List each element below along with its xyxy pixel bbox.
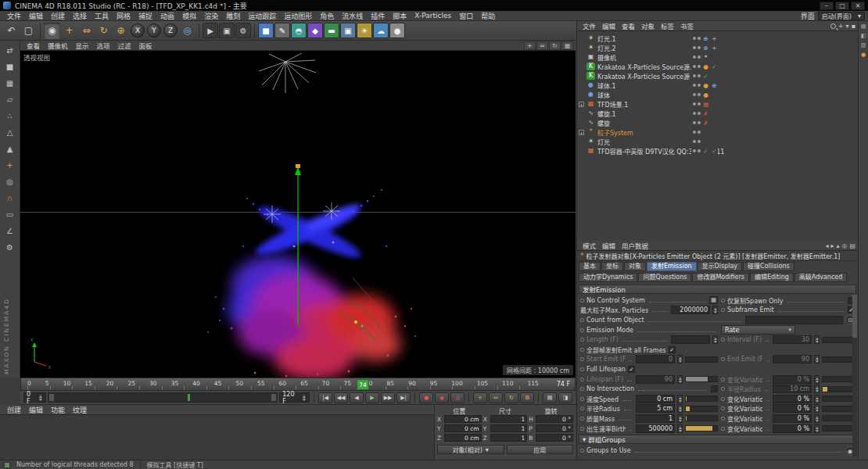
menu-plugins[interactable]: 插件: [367, 11, 389, 21]
menu-simulate[interactable]: 模拟: [178, 11, 200, 21]
object-name[interactable]: Krakatoa X-Particles Source源.1: [597, 63, 696, 71]
object-name[interactable]: 螺旋: [597, 119, 610, 127]
viewport-menu-display[interactable]: 显示: [72, 41, 93, 50]
spinner[interactable]: [677, 424, 683, 433]
spinner[interactable]: [712, 306, 718, 314]
edges-mode-icon[interactable]: △: [2, 126, 17, 139]
goto-end-button[interactable]: ▶|: [396, 392, 411, 403]
menu-motion-tracker[interactable]: 运动跟踪: [244, 11, 280, 21]
material-menu-function[interactable]: 功能: [47, 405, 69, 415]
anim-dot-icon[interactable]: [580, 318, 584, 322]
anim-dot-icon[interactable]: [580, 449, 584, 453]
spinner[interactable]: [677, 414, 683, 423]
object-row-camera[interactable]: ▣ 摄像机 *: [577, 52, 858, 62]
snap-icon[interactable]: ∩: [2, 192, 17, 205]
om-menu-view[interactable]: 查看: [619, 21, 638, 30]
speed-variation-field[interactable]: 0 %: [773, 395, 812, 403]
check-tag-icon[interactable]: ✓: [711, 148, 718, 155]
model-mode-icon[interactable]: ■: [2, 60, 17, 73]
rotate-view-icon[interactable]: ↻: [549, 41, 561, 50]
object-name[interactable]: 摄像机: [597, 53, 616, 62]
attribute-scrollbar[interactable]: [852, 293, 857, 456]
panel-tab-icon-2[interactable]: ◧: [861, 33, 866, 39]
anim-dot-icon[interactable]: [580, 387, 584, 391]
back-icon[interactable]: ◂: [825, 242, 828, 249]
om-menu-file[interactable]: 文件: [579, 21, 599, 30]
scale-icon[interactable]: ⇔: [78, 23, 95, 39]
tab-questions[interactable]: 问题Questions: [638, 273, 691, 282]
close-button[interactable]: ✕: [851, 2, 865, 10]
polygons-mode-icon[interactable]: ▲: [2, 142, 17, 156]
radius-slider[interactable]: [685, 406, 718, 412]
last-tool-icon[interactable]: ⊕: [113, 23, 129, 39]
layout-dropdown[interactable]: 启动(界面) ▾: [818, 12, 865, 20]
menu-help[interactable]: 帮助: [477, 11, 499, 21]
record-rotation-toggle[interactable]: ↻: [504, 392, 518, 403]
menu-tools[interactable]: 工具: [91, 11, 113, 21]
deformer-icon[interactable]: ◆: [307, 23, 323, 38]
prev-key-button[interactable]: ◀◀: [334, 392, 348, 403]
menu-mograph[interactable]: 运动图形: [280, 11, 316, 21]
record-position-toggle[interactable]: +: [473, 392, 487, 403]
menu-file[interactable]: 文件: [3, 11, 25, 21]
layout-panel-icon[interactable]: ◨: [558, 392, 572, 403]
menu-edit[interactable]: 编辑: [25, 11, 47, 21]
add-cube-icon[interactable]: ■: [258, 23, 274, 38]
filter-icon[interactable]: ▾: [846, 23, 849, 30]
pan-view-icon[interactable]: +: [524, 41, 536, 50]
menu-sculpt[interactable]: 雕刻: [222, 11, 244, 21]
selection-box-icon[interactable]: ▢: [20, 23, 37, 39]
anim-dot-icon[interactable]: [721, 397, 725, 401]
workplane-snap-icon[interactable]: ▭: [2, 208, 17, 221]
object-row-light-1[interactable]: ☀ 灯光.1 ⊕ +: [577, 34, 858, 43]
enable-dot-icon[interactable]: ●: [702, 82, 709, 89]
convert-object-icon[interactable]: ⇄: [2, 44, 17, 57]
range-start-field[interactable]: 0 F: [23, 392, 46, 403]
object-row-sphere-1[interactable]: ● 球体.1 ● ⊕: [577, 81, 858, 90]
range-playhead-mark[interactable]: [188, 394, 190, 401]
add-layer-icon[interactable]: +: [838, 23, 844, 30]
timeline-playhead[interactable]: 74: [357, 379, 369, 390]
object-row-tfd-scene[interactable]: + ▦ TFD场景.1 ▦: [577, 99, 858, 109]
om-menu-bookmarks[interactable]: 书签: [677, 21, 697, 30]
object-name[interactable]: 球体.1: [597, 81, 616, 90]
enable-dot-icon[interactable]: ●: [702, 63, 709, 70]
tab-emission[interactable]: 发射Emission: [647, 262, 697, 271]
count-from-object-field[interactable]: [745, 316, 843, 324]
timeline-ruler[interactable]: 0510 152025 303540 455055 606570 758085 …: [20, 378, 576, 391]
target-tag-icon[interactable]: ⊕: [702, 35, 709, 42]
material-menu-edit[interactable]: 编辑: [25, 405, 47, 415]
forward-icon[interactable]: ▸: [830, 242, 834, 249]
viewport-menu-cameras[interactable]: 摄像机: [44, 41, 72, 50]
object-name[interactable]: 球体: [597, 91, 610, 99]
object-row-helix[interactable]: ∿ 螺旋 ✗: [577, 118, 858, 127]
tab-modifiers[interactable]: 修改器Modifiers: [692, 273, 749, 282]
anim-dot-icon[interactable]: [721, 308, 725, 312]
spinner[interactable]: [677, 395, 683, 403]
spinner[interactable]: [814, 424, 820, 433]
target-tag-icon[interactable]: ⊕: [702, 45, 709, 52]
size-z-field[interactable]: 1: [490, 434, 528, 442]
range-end-field[interactable]: 120 F: [279, 392, 310, 403]
no-intersection-checkbox[interactable]: [711, 385, 718, 392]
tag-icon[interactable]: +: [711, 35, 718, 42]
emit-all-frames-checkbox[interactable]: ✓: [669, 346, 676, 353]
lock-x-axis-icon[interactable]: X: [131, 23, 145, 38]
enable-axis-icon[interactable]: +: [2, 159, 17, 172]
anim-dot-icon[interactable]: [580, 328, 584, 332]
track-icon[interactable]: ◎: [841, 242, 847, 249]
check-tag-icon[interactable]: ✓: [711, 63, 718, 70]
points-mode-icon[interactable]: ∴: [2, 109, 17, 123]
spinner[interactable]: [38, 393, 43, 402]
workplane-mode-icon[interactable]: ▱: [2, 93, 17, 106]
object-row-light-2[interactable]: ☀ 灯光.2 ⊕ +: [577, 43, 858, 52]
viewport-label[interactable]: 透视视图: [23, 52, 50, 62]
lock-y-axis-icon[interactable]: Y: [147, 23, 161, 38]
timeline-panel-icon[interactable]: ▤: [543, 392, 557, 403]
radius-variation-field[interactable]: 0 %: [773, 404, 812, 413]
record-options-button[interactable]: ◎: [450, 392, 464, 403]
particle-simulation-render[interactable]: Y X: [20, 51, 576, 378]
radius-field[interactable]: 5 cm: [636, 404, 675, 413]
lock-z-axis-icon[interactable]: Z: [163, 23, 178, 38]
timeline-range-slider[interactable]: [48, 392, 278, 403]
